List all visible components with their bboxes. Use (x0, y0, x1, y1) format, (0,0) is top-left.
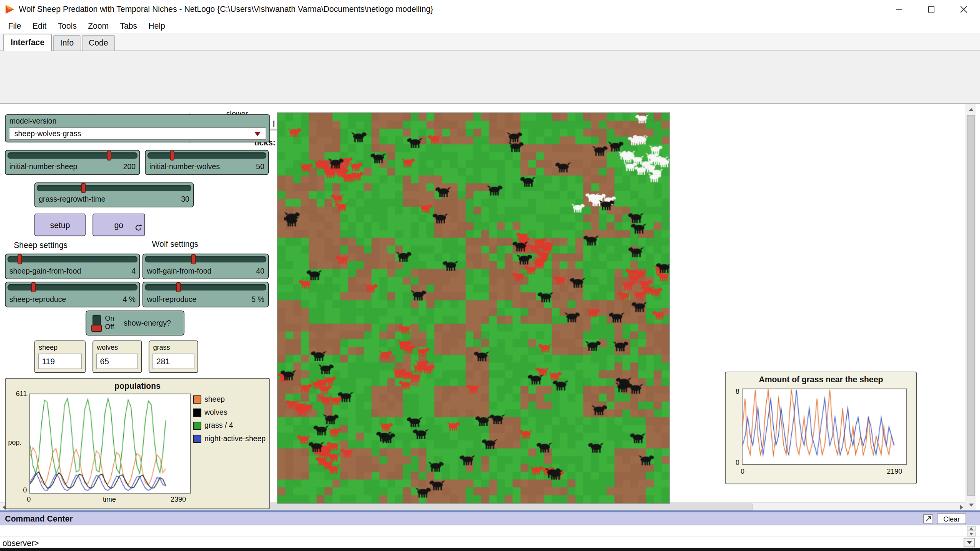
slider-label: wolf-gain-from-food (147, 267, 212, 276)
setup-button-label: setup (50, 220, 70, 230)
slider-value: 40 (256, 267, 265, 276)
menu-item-tabs[interactable]: Tabs (114, 20, 143, 32)
sheep-monitor: sheep 119 (34, 341, 86, 373)
slider-value: 30 (181, 195, 189, 204)
command-center-header: Command Center Clear (0, 512, 980, 525)
command-center-prompt-row: observer> (0, 536, 980, 548)
monitor-label: grass (153, 344, 170, 351)
monitor-value: 65 (100, 357, 109, 366)
slider-initial-number-sheep[interactable]: initial-number-sheep 200 (5, 150, 140, 175)
scroll-up-arrow[interactable] (966, 105, 975, 114)
slider-thumb[interactable] (191, 254, 196, 264)
menu-item-zoom[interactable]: Zoom (82, 20, 114, 32)
chooser-dropdown[interactable]: sheep-wolves-grass (9, 127, 266, 140)
speed-slider-tick (273, 121, 274, 127)
model-version-chooser[interactable]: model-version sheep-wolves-grass (5, 114, 270, 142)
slider-track[interactable] (145, 256, 266, 262)
chooser-value: sheep-wolves-grass (15, 129, 81, 138)
x-axis-title: time (29, 496, 189, 503)
x-max-label: 2390 (171, 496, 186, 503)
prompt-context-dropdown[interactable] (964, 538, 975, 547)
taskbar-strip (0, 548, 980, 551)
legend-label: grass / 4 (204, 421, 233, 430)
forever-icon (134, 223, 142, 233)
slider-label: sheep-gain-from-food (9, 267, 81, 276)
setup-button[interactable]: setup (34, 214, 86, 236)
monitor-value: 281 (156, 357, 170, 366)
vertical-scrollbar[interactable] (965, 104, 975, 510)
menu-item-tools[interactable]: Tools (52, 20, 82, 32)
slider-label: initial-number-wolves (149, 162, 220, 171)
monitor-label: wolves (97, 344, 118, 351)
slider-thumb[interactable] (107, 150, 111, 160)
grass-plot-area (742, 389, 907, 465)
slider-track[interactable] (8, 284, 138, 290)
tab-interface[interactable]: Interface (3, 34, 52, 51)
toolbar: Edit Delete Add *abc Button slower ticks… (0, 51, 980, 104)
slider-label: sheep-reproduce (9, 295, 66, 304)
slider-initial-number-wolves[interactable]: initial-number-wolves 50 (145, 150, 269, 175)
show-energy-switch[interactable]: On Off show-energy? (86, 310, 185, 335)
go-button-label: go (114, 220, 123, 230)
slider-wolf-gain-from-food[interactable]: wolf-gain-from-food 40 (142, 254, 269, 279)
menu-item-help[interactable]: Help (143, 20, 171, 32)
switch-on-label: On (105, 314, 114, 322)
plot-title: populations (6, 381, 270, 390)
tab-info[interactable]: Info (53, 35, 80, 51)
command-center-popout-button[interactable] (923, 514, 933, 523)
app-scale-wrapper: Wolf Sheep Predation with Temporal Niche… (0, 0, 980, 551)
switch-label: show-energy? (124, 319, 171, 328)
menu-item-edit[interactable]: Edit (27, 20, 52, 32)
slider-track[interactable] (8, 256, 138, 262)
output-scroll-down-arrow[interactable] (967, 531, 976, 536)
slider-thumb[interactable] (82, 183, 86, 193)
slider-sheep-gain-from-food[interactable]: sheep-gain-from-food 4 (5, 254, 140, 279)
slider-sheep-reproduce[interactable]: sheep-reproduce 4 % (5, 282, 140, 307)
x-min-label: 0 (741, 467, 745, 475)
close-button[interactable] (947, 0, 980, 19)
tab-code[interactable]: Code (82, 35, 115, 51)
slider-grass-regrowth-time[interactable]: grass-regrowth-time 30 (34, 183, 194, 207)
minimize-button[interactable] (882, 0, 915, 19)
output-scroll-up-arrow[interactable] (967, 526, 976, 531)
y-max-label: 8 (728, 387, 739, 395)
monitor-value-box: 119 (38, 354, 82, 369)
slider-wolf-reproduce[interactable]: wolf-reproduce 5 % (142, 282, 269, 307)
clear-button[interactable]: Clear (937, 514, 966, 524)
slider-value: 5 % (252, 295, 265, 304)
switch-thumb[interactable] (91, 325, 102, 332)
command-input[interactable] (44, 537, 961, 548)
legend-swatch-sheep (193, 395, 201, 403)
legend-item-sheep: sheep (193, 395, 265, 404)
plot-legend: sheep wolves grass / 4 night-active-shee… (193, 395, 265, 447)
x-max-label: 2190 (887, 467, 902, 475)
scroll-down-arrow[interactable] (966, 500, 975, 509)
legend-item-night-active-sheep: night-active-sheep (193, 434, 265, 443)
slider-value: 4 % (123, 295, 136, 304)
slider-track[interactable] (8, 152, 138, 158)
slider-thumb[interactable] (31, 282, 35, 292)
vertical-scrollbar-thumb[interactable] (967, 115, 975, 496)
legend-item-wolves: wolves (193, 408, 265, 417)
slider-track[interactable] (145, 284, 266, 290)
slider-thumb[interactable] (18, 254, 22, 264)
command-center-title: Command Center (5, 514, 73, 523)
world-view (277, 112, 670, 504)
slider-thumb[interactable] (170, 150, 174, 160)
slider-thumb[interactable] (176, 282, 180, 292)
legend-swatch-grass (193, 421, 201, 429)
menu-item-file[interactable]: File (3, 20, 27, 32)
switch-off-label: Off (105, 323, 114, 331)
slider-track[interactable] (37, 185, 191, 191)
slider-value: 200 (123, 162, 136, 171)
maximize-button[interactable] (915, 0, 947, 19)
slider-track[interactable] (147, 152, 266, 158)
netlogo-window: Wolf Sheep Predation with Temporal Niche… (0, 0, 980, 551)
tabbar: Interface Info Code (0, 33, 980, 51)
y-max-label: 611 (6, 390, 27, 398)
scroll-right-arrow[interactable] (957, 503, 965, 511)
legend-label: sheep (204, 395, 225, 404)
grass-near-sheep-plot: Amount of grass near the sheep 8 0 0 219… (725, 372, 917, 484)
go-button[interactable]: go (93, 214, 145, 236)
chooser-label: model-version (9, 117, 56, 126)
